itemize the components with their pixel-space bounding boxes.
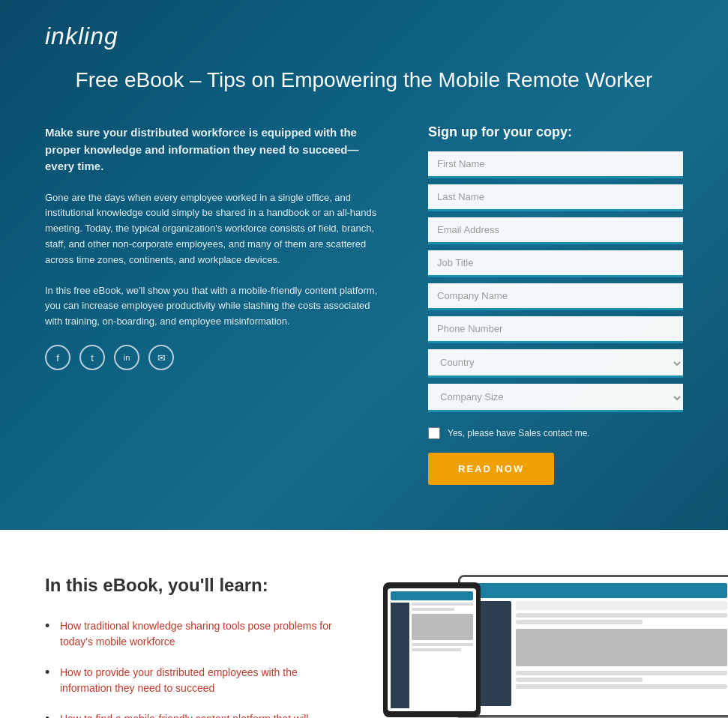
social-icons-container: f t in ✉ (45, 345, 383, 370)
facebook-icon[interactable]: f (45, 345, 70, 370)
hero-paragraph-1: Gone are the days when every employee wo… (45, 190, 383, 268)
list-item: How to provide your distributed employee… (45, 665, 338, 696)
twitter-icon[interactable]: t (79, 345, 105, 370)
email-input[interactable] (428, 217, 683, 244)
tablet-mockup (383, 582, 481, 717)
country-select[interactable]: Country United States United Kingdom Can… (428, 349, 683, 378)
learn-title: In this eBook, you'll learn: (45, 575, 338, 596)
company-name-input[interactable] (428, 283, 683, 310)
last-name-input[interactable] (428, 184, 683, 211)
hero-section: inkling Free eBook – Tips on Empowering … (0, 0, 728, 530)
learn-item-3-link[interactable]: How to find a mobile-friendly content pl… (60, 713, 308, 718)
list-item: How traditional knowledge sharing tools … (45, 618, 338, 650)
lower-section: In this eBook, you'll learn: How traditi… (0, 530, 728, 718)
list-item: How to find a mobile-friendly content pl… (45, 711, 338, 718)
learn-item-2-link[interactable]: How to provide your distributed employee… (60, 666, 298, 694)
job-title-input[interactable] (428, 250, 683, 277)
hero-paragraph-2: In this free eBook, we'll show you that … (45, 283, 383, 330)
phone-number-input[interactable] (428, 316, 683, 343)
sales-contact-label: Yes, please have Sales contact me. (448, 428, 590, 438)
signup-form-container: Sign up for your copy: Country United St… (428, 124, 683, 485)
laptop-mockup (458, 575, 728, 718)
hero-headline: Make sure your distributed workforce is … (45, 124, 383, 175)
hero-title: Free eBook – Tips on Empowering the Mobi… (45, 65, 683, 94)
form-title: Sign up for your copy: (428, 124, 683, 140)
logo: inkling (45, 22, 683, 50)
sales-contact-checkbox[interactable] (428, 427, 440, 439)
sales-contact-row: Yes, please have Sales contact me. (428, 427, 683, 439)
hero-left-content: Make sure your distributed workforce is … (45, 124, 383, 370)
device-mockup-container (383, 575, 683, 718)
learn-section: In this eBook, you'll learn: How traditi… (45, 575, 338, 718)
read-now-button[interactable]: READ NOW (428, 453, 554, 485)
email-icon[interactable]: ✉ (148, 345, 174, 370)
learn-item-1-link[interactable]: How traditional knowledge sharing tools … (60, 620, 332, 648)
learn-list: How traditional knowledge sharing tools … (45, 618, 338, 718)
company-size-select[interactable]: Company Size 1-50 51-200 201-1000 1000+ (428, 384, 683, 412)
first-name-input[interactable] (428, 151, 683, 178)
linkedin-icon[interactable]: in (114, 345, 139, 370)
